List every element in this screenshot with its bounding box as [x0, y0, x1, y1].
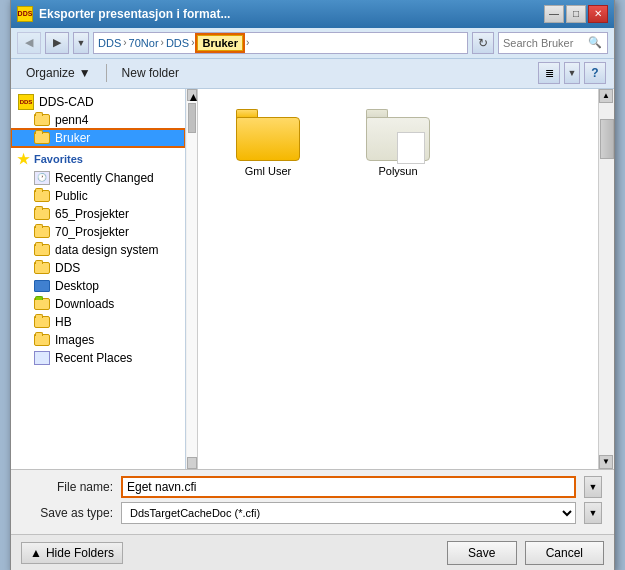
window-title: Eksporter presentasjon i format... — [39, 7, 230, 21]
minimize-button[interactable]: — — [544, 5, 564, 23]
hide-folders-button[interactable]: ▲ Hide Folders — [21, 542, 123, 564]
saveas-label: Save as type: — [23, 506, 113, 520]
new-folder-button[interactable]: New folder — [115, 63, 186, 83]
dds-folder-icon — [33, 261, 51, 275]
sidebar-label-penn4: penn4 — [55, 113, 88, 127]
sidebar-item-penn4[interactable]: penn4 — [11, 111, 185, 129]
gml-user-folder-icon — [236, 109, 300, 161]
desktop-icon — [33, 279, 51, 293]
organize-label: Organize — [26, 66, 75, 80]
maximize-button[interactable]: □ — [566, 5, 586, 23]
sidebar-item-dds[interactable]: DDS — [11, 259, 185, 277]
sidebar-item-hb[interactable]: HB — [11, 313, 185, 331]
breadcrumb-bar: DDS › 70Nor › DDS › Bruker › — [93, 32, 468, 54]
breadcrumb-70nor[interactable]: 70Nor — [129, 37, 159, 49]
hb-folder-icon — [33, 315, 51, 329]
right-panel: Gml User Polysun — [198, 89, 614, 469]
sidebar-label-downloads: Downloads — [55, 297, 114, 311]
file-item-polysun[interactable]: Polysun — [358, 109, 438, 177]
dds-cad-icon: DDS — [17, 95, 35, 109]
saveas-row: Save as type: DdsTargetCacheDoc (*.cfi) … — [23, 502, 602, 524]
breadcrumb-dds2[interactable]: DDS — [166, 37, 189, 49]
saveas-select[interactable]: DdsTargetCacheDoc (*.cfi) — [121, 502, 576, 524]
filename-dropdown-button[interactable]: ▼ — [584, 476, 602, 498]
view-dropdown-button[interactable]: ▼ — [564, 62, 580, 84]
back-button[interactable]: ◀ — [17, 32, 41, 54]
refresh-button[interactable]: ↻ — [472, 32, 494, 54]
main-scrollbar: ▲ — [186, 89, 198, 469]
sidebar-item-dds-cad[interactable]: DDS DDS-CAD — [11, 93, 185, 111]
sidebar-label-images: Images — [55, 333, 94, 347]
sidebar-item-desktop[interactable]: Desktop — [11, 277, 185, 295]
search-input[interactable] — [503, 37, 588, 49]
sidebar-label-65-prosjekter: 65_Prosjekter — [55, 207, 129, 221]
sidebar-label-dds-cad: DDS-CAD — [39, 95, 94, 109]
public-folder-icon — [33, 189, 51, 203]
sidebar-label-70-prosjekter: 70_Prosjekter — [55, 225, 129, 239]
sidebar-item-downloads[interactable]: Downloads — [11, 295, 185, 313]
recent-places-icon — [33, 351, 51, 365]
title-bar: DDS Eksporter presentasjon i format... —… — [11, 0, 614, 28]
breadcrumb-arrow-1: › — [123, 37, 126, 48]
bottom-area: File name: ▼ Save as type: DdsTargetCach… — [11, 469, 614, 534]
toolbar-separator — [106, 64, 107, 82]
main-area: DDS DDS-CAD penn4 Bruker ★ — [11, 89, 614, 469]
search-icon[interactable]: 🔍 — [588, 36, 602, 49]
main-window: DDS Eksporter presentasjon i format... —… — [10, 0, 615, 570]
sidebar-item-bruker[interactable]: Bruker — [11, 129, 185, 147]
address-bar: ◀ ▶ ▼ DDS › 70Nor › DDS › Bruker › ↻ 🔍 — [11, 28, 614, 59]
file-item-gml-user[interactable]: Gml User — [228, 109, 308, 177]
scrollbar-track — [187, 101, 197, 457]
right-scrollbar-thumb[interactable] — [600, 119, 614, 159]
sidebar-item-recently-changed[interactable]: 🕐 Recently Changed — [11, 169, 185, 187]
breadcrumb-arrow-2: › — [161, 37, 164, 48]
search-box: 🔍 — [498, 32, 608, 54]
breadcrumb-dds[interactable]: DDS — [98, 37, 121, 49]
close-button[interactable]: ✕ — [588, 5, 608, 23]
sidebar-label-recent-places: Recent Places — [55, 351, 132, 365]
scrollbar-thumb[interactable] — [188, 103, 196, 133]
scrollbar-up-arrow[interactable]: ▲ — [187, 89, 197, 101]
forward-button[interactable]: ▶ — [45, 32, 69, 54]
app-icon: DDS — [17, 6, 33, 22]
saveas-dropdown-button[interactable]: ▼ — [584, 502, 602, 524]
nav-dropdown-button[interactable]: ▼ — [73, 32, 89, 54]
sidebar-label-public: Public — [55, 189, 88, 203]
sidebar-label-data-design-system: data design system — [55, 243, 158, 257]
footer: ▲ Hide Folders Save Cancel — [11, 534, 614, 571]
view-button[interactable]: ≣ — [538, 62, 560, 84]
sidebar-label-recently-changed: Recently Changed — [55, 171, 154, 185]
toolbar-right: ≣ ▼ ? — [538, 62, 606, 84]
sidebar-item-data-design-system[interactable]: data design system — [11, 241, 185, 259]
sidebar-item-images[interactable]: Images — [11, 331, 185, 349]
filename-input[interactable] — [121, 476, 576, 498]
file-area: Gml User Polysun — [198, 89, 614, 469]
penn4-folder-icon — [33, 113, 51, 127]
recently-changed-icon: 🕐 — [33, 171, 51, 185]
favorites-header: ★ Favorites — [11, 147, 185, 169]
sidebar-item-65-prosjekter[interactable]: 65_Prosjekter — [11, 205, 185, 223]
help-button[interactable]: ? — [584, 62, 606, 84]
organize-button[interactable]: Organize ▼ — [19, 63, 98, 83]
right-scrollbar-up[interactable]: ▲ — [599, 89, 613, 103]
footer-buttons: Save Cancel — [447, 541, 604, 565]
footer-left: ▲ Hide Folders — [21, 542, 123, 564]
70-prosjekter-folder-icon — [33, 225, 51, 239]
title-buttons: — □ ✕ — [544, 5, 608, 23]
left-panel: DDS DDS-CAD penn4 Bruker ★ — [11, 89, 186, 469]
new-folder-label: New folder — [122, 66, 179, 80]
sidebar-label-bruker: Bruker — [55, 131, 90, 145]
cancel-button[interactable]: Cancel — [525, 541, 604, 565]
sidebar-item-public[interactable]: Public — [11, 187, 185, 205]
scrollbar-down-arrow[interactable] — [187, 457, 197, 469]
breadcrumb-bruker[interactable]: Bruker — [196, 34, 243, 52]
sidebar-item-70-prosjekter[interactable]: 70_Prosjekter — [11, 223, 185, 241]
sidebar-item-recent-places[interactable]: Recent Places — [11, 349, 185, 367]
sidebar-label-desktop: Desktop — [55, 279, 99, 293]
filename-label: File name: — [23, 480, 113, 494]
bruker-folder-icon — [33, 131, 51, 145]
images-folder-icon — [33, 333, 51, 347]
right-scrollbar-down[interactable]: ▼ — [599, 455, 613, 469]
save-button[interactable]: Save — [447, 541, 517, 565]
favorites-star-icon: ★ — [17, 151, 30, 167]
